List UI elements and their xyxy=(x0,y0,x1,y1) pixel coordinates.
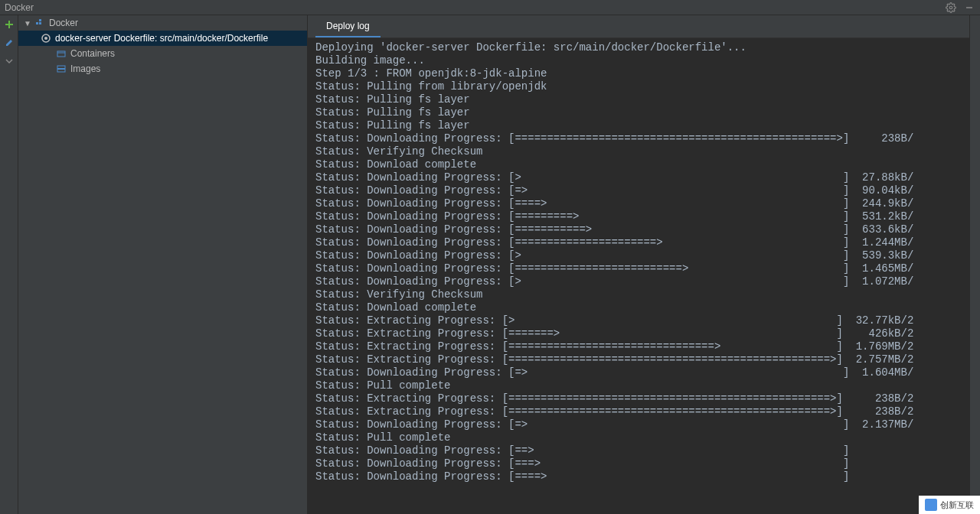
left-gutter xyxy=(0,15,18,514)
log-line: Status: Downloading Progress: [=========… xyxy=(315,210,962,223)
tree-item-label: Images xyxy=(70,63,100,74)
log-line: Status: Pull complete xyxy=(315,379,962,392)
container-icon xyxy=(55,47,67,60)
chevron-down-icon[interactable]: ▼ xyxy=(23,19,32,28)
right-gutter xyxy=(969,15,980,514)
log-line: Status: Downloading Progress: [====> ] xyxy=(315,470,962,483)
watermark-logo-icon xyxy=(925,499,937,511)
dockerfile-icon xyxy=(40,32,52,44)
log-line: Status: Extracting Progress: [> ] 32.77k… xyxy=(315,314,962,327)
minimize-icon[interactable] xyxy=(963,2,975,14)
sidebar: ▼ Docker docker-server Dockerfile: src/m… xyxy=(18,15,308,514)
content-area: Deploy log Deploying 'docker-server Dock… xyxy=(308,15,969,514)
main-layout: ▼ Docker docker-server Dockerfile: src/m… xyxy=(0,15,980,514)
log-line: Status: Pulling fs layer xyxy=(315,119,962,132)
edit-icon[interactable] xyxy=(3,37,15,49)
log-line: Step 1/3 : FROM openjdk:8-jdk-alpine xyxy=(315,67,962,80)
log-line: Status: Downloading Progress: [=========… xyxy=(315,236,962,249)
image-icon xyxy=(55,63,67,75)
log-line: Status: Downloading Progress: [=> ] 90.0… xyxy=(315,184,962,197)
log-line: Status: Pulling fs layer xyxy=(315,106,962,119)
log-line: Status: Extracting Progress: [==========… xyxy=(315,340,962,353)
svg-rect-7 xyxy=(57,51,65,57)
tree-root-docker[interactable]: ▼ Docker xyxy=(18,15,307,31)
log-line: Status: Downloading Progress: [=> ] 1.60… xyxy=(315,366,962,379)
watermark-text: 创新互联 xyxy=(940,499,974,511)
tree-item-dockerfile[interactable]: docker-server Dockerfile: src/main/docke… xyxy=(18,31,307,46)
add-icon[interactable] xyxy=(3,18,15,31)
watermark: 创新互联 xyxy=(919,496,980,514)
log-line: Status: Downloading Progress: [==> ] xyxy=(315,444,962,457)
svg-point-6 xyxy=(44,37,47,40)
log-line: Status: Pull complete xyxy=(315,431,962,444)
tree-item-label: docker-server Dockerfile: src/main/docke… xyxy=(55,33,268,44)
titlebar-controls xyxy=(945,2,975,14)
log-line: Status: Download complete xyxy=(315,301,962,314)
log-line: Status: Downloading Progress: [=========… xyxy=(315,262,962,275)
log-line: Status: Pulling from library/openjdk xyxy=(315,80,962,93)
log-line: Status: Download complete xyxy=(315,158,962,171)
svg-rect-10 xyxy=(57,68,65,70)
log-line: Status: Downloading Progress: [> ] 539.3… xyxy=(315,249,962,262)
log-line: Status: Downloading Progress: [=========… xyxy=(315,132,962,145)
svg-rect-4 xyxy=(39,19,41,21)
log-line: Building image... xyxy=(315,54,962,67)
docker-icon xyxy=(34,17,46,29)
log-line: Status: Downloading Progress: [> ] 1.072… xyxy=(315,275,962,288)
window-title: Docker xyxy=(5,2,34,13)
svg-point-0 xyxy=(949,6,952,9)
titlebar: Docker xyxy=(0,0,980,15)
log-line: Status: Extracting Progress: [==========… xyxy=(315,353,962,366)
log-line: Status: Extracting Progress: [==========… xyxy=(315,405,962,418)
svg-rect-3 xyxy=(39,22,41,24)
log-line: Status: Downloading Progress: [=========… xyxy=(315,223,962,236)
svg-rect-2 xyxy=(36,22,38,24)
tab-bar: Deploy log xyxy=(308,15,969,38)
log-line: Status: Downloading Progress: [===> ] xyxy=(315,457,962,470)
gear-icon[interactable] xyxy=(945,2,957,14)
log-line: Deploying 'docker-server Dockerfile: src… xyxy=(315,41,962,54)
log-line: Status: Extracting Progress: [==========… xyxy=(315,392,962,405)
log-line: Status: Downloading Progress: [====> ] 2… xyxy=(315,197,962,210)
log-line: Status: Verifying Checksum xyxy=(315,288,962,301)
tree-item-images[interactable]: Images xyxy=(18,61,307,76)
log-line: Status: Extracting Progress: [=======> ]… xyxy=(315,327,962,340)
log-output[interactable]: Deploying 'docker-server Dockerfile: src… xyxy=(308,38,969,514)
tree-item-containers[interactable]: Containers xyxy=(18,46,307,61)
tree-root-label: Docker xyxy=(49,18,78,28)
log-line: Status: Verifying Checksum xyxy=(315,145,962,158)
dropdown-icon[interactable] xyxy=(3,55,15,67)
log-line: Status: Downloading Progress: [=> ] 2.13… xyxy=(315,418,962,431)
tab-deploy-log[interactable]: Deploy log xyxy=(315,16,381,37)
log-line: Status: Downloading Progress: [> ] 27.88… xyxy=(315,171,962,184)
tree-item-label: Containers xyxy=(70,48,115,59)
log-line: Status: Pulling fs layer xyxy=(315,93,962,106)
